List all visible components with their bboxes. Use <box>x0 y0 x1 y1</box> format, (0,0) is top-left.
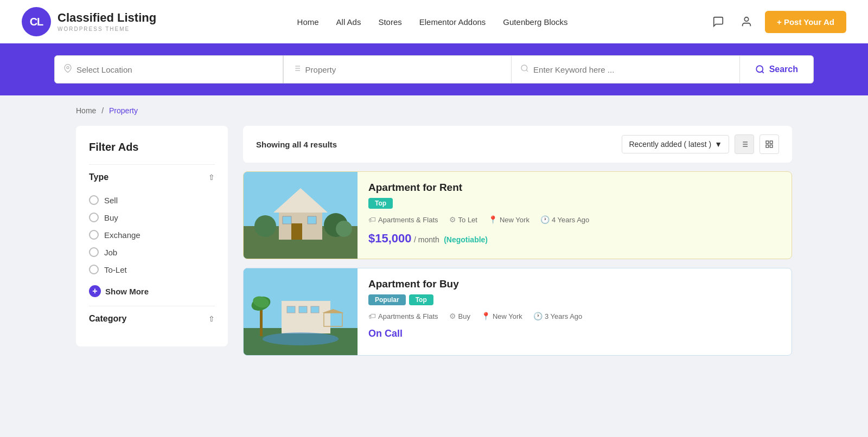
category-chevron-icon: ⇧ <box>208 314 215 323</box>
type-chevron-icon: ⇧ <box>208 173 215 182</box>
svg-point-0 <box>744 17 748 21</box>
logo-area[interactable]: CL Classified Listing WORDPRESS THEME <box>22 7 156 36</box>
filter-option-exchange[interactable]: Exchange <box>89 230 215 240</box>
search-bar: Search <box>0 43 868 95</box>
plus-icon: + <box>89 285 101 297</box>
location-input[interactable] <box>76 65 274 74</box>
keyword-input[interactable] <box>533 65 731 74</box>
radio-tolet <box>89 265 99 274</box>
gear-icon: ⚙ <box>449 215 456 224</box>
ad-content-1: Apartment for Rent Top 🏷 Apartments & Fl… <box>358 172 792 259</box>
svg-point-8 <box>521 65 527 71</box>
svg-rect-41 <box>311 306 319 313</box>
svg-rect-38 <box>282 301 330 333</box>
category-input-group <box>283 55 512 83</box>
clock-icon-2: 🕐 <box>533 312 542 320</box>
svg-rect-27 <box>283 216 291 224</box>
svg-point-44 <box>263 332 339 345</box>
tag-icon-2: 🏷 <box>368 312 376 320</box>
svg-rect-35 <box>260 306 263 336</box>
meta-time-1: 🕐 4 Years Ago <box>540 215 589 224</box>
breadcrumb-current[interactable]: Property <box>109 106 138 115</box>
logo-title: Classified Listing <box>58 11 156 24</box>
listings-controls: Recently added ( latest ) ▼ <box>622 134 779 154</box>
filter-option-job[interactable]: Job <box>89 247 215 257</box>
category-input[interactable] <box>305 65 503 74</box>
ad-card-2[interactable]: Apartment for Buy Popular Top 🏷 Apartmen… <box>243 268 792 356</box>
ad-content-2: Apartment for Buy Popular Top 🏷 Apartmen… <box>358 268 792 355</box>
badge-top-2: Top <box>409 294 433 305</box>
ad-price-1: $15,000 / month (Negotiable) <box>368 232 781 246</box>
header-actions: + Post Your Ad <box>709 11 846 33</box>
category-filter-header[interactable]: Category ⇧ <box>89 306 215 331</box>
filter-option-sell[interactable]: Sell <box>89 195 215 205</box>
nav-gutenberg[interactable]: Gutenberg Blocks <box>503 17 567 27</box>
breadcrumb-separator: / <box>101 106 104 115</box>
svg-line-11 <box>762 71 763 73</box>
breadcrumb-home[interactable]: Home <box>76 106 96 115</box>
meta-category-2: 🏷 Apartments & Flats <box>368 312 438 320</box>
meta-location-2: 📍 New York <box>481 312 522 320</box>
ad-image-1 <box>244 172 358 259</box>
keyword-icon <box>520 64 529 75</box>
svg-rect-19 <box>770 141 773 144</box>
grid-view-button[interactable] <box>760 134 779 154</box>
nav-stores[interactable]: Stores <box>378 17 401 27</box>
logo-subtitle: WORDPRESS THEME <box>58 26 156 32</box>
filter-option-tolet[interactable]: To-Let <box>89 265 215 274</box>
svg-rect-28 <box>308 216 316 224</box>
logo-icon: CL <box>22 7 51 36</box>
search-button[interactable]: Search <box>740 55 814 83</box>
nav-all-ads[interactable]: All Ads <box>336 17 361 27</box>
svg-line-9 <box>526 70 528 72</box>
location-pin-icon-2: 📍 <box>481 312 490 320</box>
radio-exchange <box>89 230 99 240</box>
type-filter-label: Type <box>89 172 108 182</box>
badge-top-1: Top <box>368 198 393 209</box>
svg-rect-18 <box>766 141 769 144</box>
listings-header: Showing all 4 results Recently added ( l… <box>243 126 792 163</box>
user-icon[interactable] <box>737 12 756 31</box>
badge-popular-2: Popular <box>368 294 406 305</box>
main-content: Filter Ads Type ⇧ Sell Buy Exchange Job <box>54 126 814 386</box>
main-nav: Home All Ads Stores Elementor Addons Gut… <box>297 17 568 27</box>
ad-title-1: Apartment for Rent <box>368 182 781 194</box>
meta-condition-2: ⚙ Buy <box>449 312 470 320</box>
svg-rect-20 <box>770 145 773 147</box>
chat-icon[interactable] <box>709 12 728 31</box>
type-filter-options: Sell Buy Exchange Job To-Let + Show More <box>89 190 215 306</box>
meta-condition-1: ⚙ To Let <box>449 215 477 224</box>
breadcrumb: Home / Property <box>54 95 814 126</box>
svg-point-31 <box>336 221 352 237</box>
keyword-input-group <box>512 55 740 83</box>
meta-category-1: 🏷 Apartments & Flats <box>368 215 438 224</box>
sort-chevron-icon: ▼ <box>714 140 722 149</box>
nav-elementor[interactable]: Elementor Addons <box>419 17 486 27</box>
location-pin-icon: 📍 <box>488 215 497 224</box>
gear-icon-2: ⚙ <box>449 312 456 320</box>
list-view-button[interactable] <box>735 134 754 154</box>
svg-rect-40 <box>299 306 307 313</box>
post-ad-button[interactable]: + Post Your Ad <box>765 11 846 33</box>
sort-dropdown[interactable]: Recently added ( latest ) ▼ <box>622 135 729 153</box>
listings-section: Showing all 4 results Recently added ( l… <box>243 126 792 364</box>
nav-home[interactable]: Home <box>297 17 319 27</box>
ad-card-1[interactable]: Apartment for Rent Top 🏷 Apartments & Fl… <box>243 171 792 259</box>
sidebar: Filter Ads Type ⇧ Sell Buy Exchange Job <box>76 126 228 346</box>
filter-title: Filter Ads <box>89 141 215 153</box>
filter-option-buy[interactable]: Buy <box>89 213 215 222</box>
show-more-button[interactable]: + Show More <box>89 285 215 297</box>
ad-image-2 <box>244 268 358 355</box>
ad-meta-2: 🏷 Apartments & Flats ⚙ Buy 📍 New York 🕐 … <box>368 312 781 320</box>
clock-icon: 🕐 <box>540 215 550 224</box>
svg-rect-26 <box>291 223 302 240</box>
radio-buy <box>89 213 99 222</box>
type-filter-header[interactable]: Type ⇧ <box>89 164 215 190</box>
results-count: Showing all 4 results <box>256 140 337 149</box>
svg-point-1 <box>67 67 69 69</box>
radio-sell <box>89 195 99 205</box>
logo-text: Classified Listing WORDPRESS THEME <box>58 11 156 31</box>
svg-point-10 <box>756 66 763 72</box>
category-filter-label: Category <box>89 314 126 324</box>
radio-job <box>89 247 99 257</box>
